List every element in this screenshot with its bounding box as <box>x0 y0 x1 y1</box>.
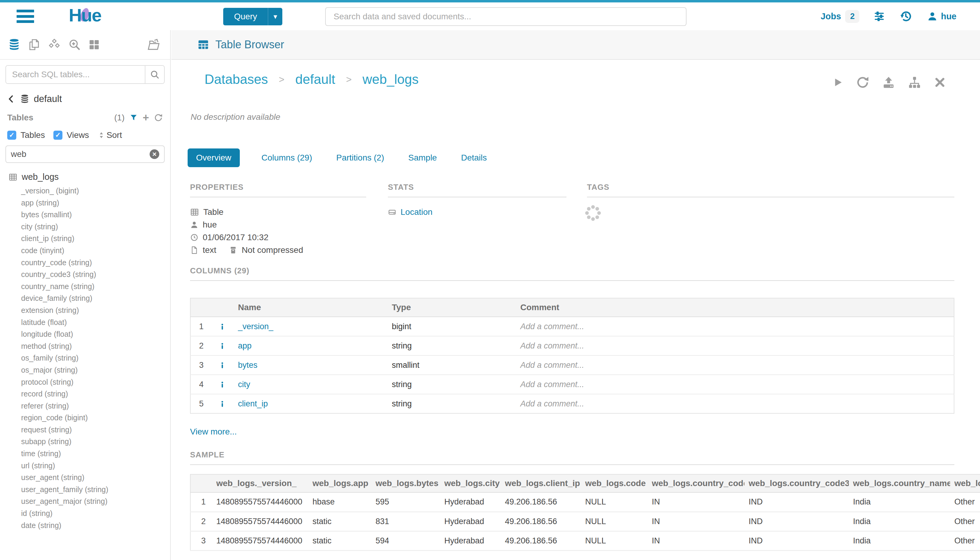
tree-column-item[interactable]: record (string) <box>21 388 170 400</box>
tree-column-item[interactable]: latitude (float) <box>21 317 170 328</box>
tree-column-item[interactable]: city (string) <box>21 221 170 233</box>
add-table-icon[interactable]: + <box>143 113 149 122</box>
tree-column-item[interactable]: user_agent_major (string) <box>21 495 170 508</box>
refresh-icon[interactable] <box>154 113 163 122</box>
tree-column-item[interactable]: user_agent (string) <box>21 472 170 484</box>
comment-placeholder[interactable]: Add a comment... <box>520 380 584 389</box>
tree-column-item[interactable]: longitude (float) <box>21 328 170 340</box>
column-name-link[interactable]: app <box>238 341 251 350</box>
column-type: string <box>386 336 515 355</box>
query-dropdown-caret[interactable]: ▾ <box>268 8 282 25</box>
folder-documents-icon[interactable] <box>146 38 160 51</box>
tab-details[interactable]: Details <box>453 148 495 167</box>
refresh-icon[interactable] <box>856 75 870 89</box>
tables-checkbox[interactable]: ✓ <box>7 131 16 140</box>
column-name-link[interactable]: client_ip <box>238 399 268 408</box>
hue-logo-text: Hue <box>69 5 101 25</box>
info-icon[interactable] <box>219 400 226 408</box>
history-icon[interactable] <box>899 10 912 23</box>
database-breadcrumb-back[interactable]: default <box>7 93 170 104</box>
chevron-left-icon[interactable] <box>7 94 16 104</box>
tree-column-item[interactable]: device_family (string) <box>21 292 170 305</box>
tree-column-item[interactable]: method (string) <box>21 340 170 352</box>
tab-sample[interactable]: Sample <box>400 148 445 167</box>
global-search-input[interactable] <box>325 7 687 26</box>
breadcrumb-databases[interactable]: Databases <box>205 72 268 87</box>
tree-column-item[interactable]: user_agent_family (string) <box>21 484 170 496</box>
comment-placeholder[interactable]: Add a comment... <box>520 341 584 350</box>
comment-placeholder[interactable]: Add a comment... <box>520 399 584 408</box>
table-filter-field: × <box>5 145 165 163</box>
sql-table-search-button[interactable] <box>145 66 164 83</box>
sample-cell: IN <box>647 531 744 550</box>
search-plus-assist-icon[interactable] <box>68 38 81 51</box>
hue-logo[interactable]: Hue <box>69 5 101 26</box>
row-number: 3 <box>190 531 212 550</box>
tree-column-item[interactable]: country_code (string) <box>21 257 170 269</box>
tree-column-item[interactable]: client_ip (string) <box>21 233 170 245</box>
tree-column-item[interactable]: request (string) <box>21 424 170 436</box>
info-icon[interactable] <box>219 342 226 350</box>
breadcrumb-web-logs[interactable]: web_logs <box>363 72 419 87</box>
columns-table: Name Type Comment 1 _version_ bigint Add… <box>190 298 954 414</box>
breadcrumb-default[interactable]: default <box>295 72 335 87</box>
tree-column-item[interactable]: country_name (string) <box>21 281 170 293</box>
tree-table-web-logs[interactable]: web_logs <box>8 172 170 182</box>
tree-column-item[interactable]: os_major (string) <box>21 364 170 376</box>
jobs-link[interactable]: Jobs 2 <box>821 10 860 23</box>
query-play-icon[interactable] <box>832 76 844 89</box>
tree-column-item[interactable]: extension (string) <box>21 305 170 317</box>
clear-filter-icon[interactable]: × <box>150 149 159 159</box>
column-name-link[interactable]: _version_ <box>238 322 273 331</box>
sample-section: SAMPLE web_logs._version_ web_logs.app w… <box>190 450 980 551</box>
query-button[interactable]: Query ▾ <box>223 8 282 25</box>
comment-placeholder[interactable]: Add a comment... <box>520 322 584 331</box>
user-menu[interactable]: hue <box>927 11 957 22</box>
tree-column-item[interactable]: protocol (string) <box>21 376 170 388</box>
database-assist-icon[interactable] <box>8 38 20 51</box>
tab-columns[interactable]: Columns (29) <box>253 148 321 167</box>
tree-column-item[interactable]: app (string) <box>21 197 170 209</box>
tree-column-item[interactable]: date (string) <box>21 520 170 532</box>
tree-column-item[interactable]: referer (string) <box>21 400 170 412</box>
views-checkbox-label: Views <box>67 130 89 140</box>
tree-column-item[interactable]: os_family (string) <box>21 352 170 364</box>
column-name-link[interactable]: bytes <box>238 360 258 370</box>
lineage-sitemap-icon[interactable] <box>908 75 922 89</box>
sample-header: web_logs.country_code <box>647 474 744 492</box>
close-icon[interactable] <box>933 76 946 89</box>
sample-cell: IN <box>647 512 744 531</box>
sliders-icon[interactable] <box>873 10 886 22</box>
tree-column-item[interactable]: subapp (string) <box>21 436 170 448</box>
tree-column-item[interactable]: bytes (smallint) <box>21 209 170 221</box>
tab-overview[interactable]: Overview <box>188 148 240 167</box>
comment-placeholder[interactable]: Add a comment... <box>520 360 584 370</box>
filter-funnel-icon[interactable] <box>130 113 138 122</box>
documents-assist-icon[interactable] <box>28 38 40 51</box>
sample-cell: Other <box>950 512 980 531</box>
tree-column-item[interactable]: time (string) <box>21 448 170 460</box>
cubes-assist-icon[interactable] <box>48 38 61 51</box>
info-icon[interactable] <box>219 323 226 330</box>
tab-partitions[interactable]: Partitions (2) <box>328 148 393 167</box>
hamburger-menu-icon[interactable] <box>17 10 34 23</box>
apps-grid-assist-icon[interactable] <box>88 38 100 51</box>
location-link[interactable]: Location <box>401 206 433 218</box>
sql-table-search-input[interactable] <box>6 66 145 83</box>
tree-column-item[interactable]: id (string) <box>21 508 170 520</box>
table-filter-input[interactable] <box>11 149 150 159</box>
info-icon[interactable] <box>219 381 226 388</box>
property-compression-value: Not compressed <box>241 244 303 257</box>
import-upload-icon[interactable] <box>882 75 895 89</box>
views-checkbox[interactable]: ✓ <box>53 131 62 140</box>
tree-column-item[interactable]: _version_ (bigint) <box>21 185 170 197</box>
info-icon[interactable] <box>219 362 226 369</box>
tree-column-item[interactable]: code (tinyint) <box>21 245 170 257</box>
tree-column-item[interactable]: region_code (bigint) <box>21 412 170 424</box>
tree-column-item[interactable]: url (string) <box>21 460 170 472</box>
tree-column-item[interactable]: country_code3 (string) <box>21 268 170 281</box>
view-more-link[interactable]: View more... <box>190 427 954 437</box>
sort-control[interactable]: Sort <box>97 130 122 140</box>
sample-cell: Hyderabad <box>440 531 501 550</box>
column-name-link[interactable]: city <box>238 380 250 389</box>
